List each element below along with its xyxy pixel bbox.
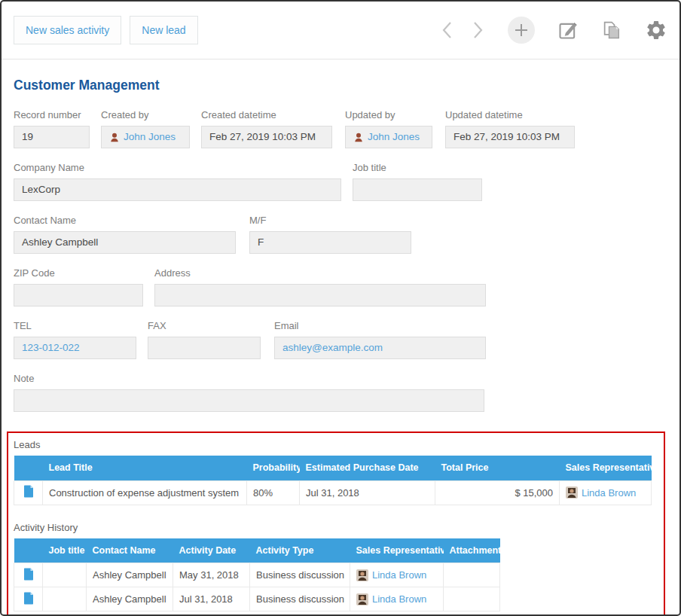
record-detail: Customer Management Record number 19 Cre…: [2, 78, 679, 616]
chevron-left-icon[interactable]: [440, 20, 455, 40]
activity-date-cell: May 31, 2018: [173, 563, 250, 587]
field-label: FAX: [148, 320, 261, 331]
activity-attachment-cell: [444, 563, 500, 587]
document-icon: [23, 485, 34, 498]
copy-record-icon[interactable]: [601, 20, 622, 41]
field-zip: ZIP Code: [14, 267, 143, 306]
field-label: Email: [274, 320, 486, 331]
field-label: Created datetime: [201, 109, 332, 120]
field-tel: TEL 123-012-022: [14, 320, 136, 359]
activity-sales-rep-link[interactable]: Linda Brown: [372, 593, 426, 605]
field-label: Contact Name: [14, 215, 236, 226]
activity-header-row: Job title Contact Name Activity Date Act…: [14, 538, 500, 563]
updated-datetime-value: Feb 27, 2019 10:03 PM: [445, 126, 575, 148]
field-fax: FAX: [148, 320, 261, 359]
field-label: ZIP Code: [14, 267, 143, 279]
company-name-value: LexCorp: [14, 178, 341, 201]
record-number-value: 19: [14, 126, 90, 148]
activity-type-cell: Business discussion: [250, 563, 350, 587]
lead-record-link[interactable]: [14, 480, 43, 505]
updated-by-user-link[interactable]: John Jones: [368, 127, 420, 148]
document-icon: [23, 568, 34, 581]
field-label: Company Name: [14, 162, 341, 173]
toolbar-action-buttons: New sales activity New lead: [14, 16, 206, 44]
leads-table: Lead Title Probability Estimated Purchas…: [14, 456, 652, 505]
activity-contact-cell: Ashley Campbell: [87, 563, 173, 587]
activity-header-job-title: Job title: [43, 538, 87, 563]
highlighted-related-records-region: Leads Lead Title Probability Estimated P…: [7, 432, 665, 616]
note-value: [14, 389, 484, 412]
activity-history-table: Job title Contact Name Activity Date Act…: [14, 538, 500, 612]
document-icon: [23, 592, 34, 605]
activity-job-title-cell: [43, 587, 87, 611]
leads-header-est-purchase-date: Estimated Purchase Date: [300, 456, 435, 480]
field-mf: M/F F: [249, 215, 411, 254]
job-title-value: [353, 178, 482, 201]
field-label: Updated datetime: [445, 109, 575, 120]
tel-link[interactable]: 123-012-022: [22, 342, 80, 353]
field-label: Note: [14, 373, 484, 384]
leads-header-icon-col: [14, 456, 43, 480]
new-sales-activity-button[interactable]: New sales activity: [14, 16, 121, 44]
lead-rep-cell: Linda Brown: [560, 480, 652, 505]
activity-table-row: Ashley Campbell Jul 31, 2018 Business di…: [14, 587, 500, 611]
activity-record-link[interactable]: [14, 587, 43, 611]
activity-header-date: Activity Date: [173, 538, 250, 563]
created-by-value: John Jones: [101, 126, 190, 148]
lead-sales-rep-link[interactable]: Linda Brown: [582, 487, 636, 499]
field-row-address: ZIP Code Address: [14, 267, 667, 306]
activity-sales-rep-link[interactable]: Linda Brown: [372, 569, 426, 581]
email-value: ashley@example.com: [274, 337, 486, 359]
lead-price-cell: $ 15,000: [435, 480, 560, 505]
gear-icon[interactable]: [645, 19, 667, 41]
field-record-number: Record number 19: [14, 109, 90, 148]
leads-header-sales-rep: Sales Representative: [560, 456, 652, 480]
field-label: TEL: [14, 320, 136, 331]
tel-value: 123-012-022: [14, 337, 136, 359]
activity-date-cell: Jul 31, 2018: [173, 587, 250, 611]
field-row-meta: Record number 19 Created by John Jones C…: [14, 109, 667, 148]
chevron-right-icon[interactable]: [470, 20, 485, 40]
field-label: Updated by: [345, 109, 432, 120]
user-photo-avatar: [566, 486, 578, 499]
add-record-icon[interactable]: [508, 17, 535, 44]
lead-date-cell: Jul 31, 2018: [300, 480, 435, 505]
leads-table-row: Construction of expense adjustment syste…: [14, 480, 652, 505]
contact-name-value: Ashley Campbell: [14, 231, 236, 254]
created-by-user-link[interactable]: John Jones: [124, 127, 176, 148]
leads-header-lead-title: Lead Title: [43, 456, 247, 480]
field-label: M/F: [249, 215, 411, 226]
field-company-name: Company Name LexCorp: [14, 162, 341, 201]
lead-probability-cell: 80%: [247, 480, 300, 505]
activity-header-icon-col: [14, 538, 43, 563]
email-link[interactable]: ashley@example.com: [282, 342, 383, 353]
activity-header-contact-name: Contact Name: [87, 538, 173, 563]
activity-table-row: Ashley Campbell May 31, 2018 Business di…: [14, 563, 500, 587]
mf-value: F: [249, 231, 411, 254]
field-label: Record number: [14, 109, 90, 120]
record-toolbar-icons: [425, 17, 667, 44]
activity-history-section-label: Activity History: [14, 522, 664, 533]
field-job-title: Job title: [353, 162, 482, 201]
new-lead-button[interactable]: New lead: [130, 16, 197, 44]
field-row-company: Company Name LexCorp Job title: [14, 162, 667, 201]
field-updated-by: Updated by John Jones: [345, 109, 432, 148]
activity-rep-cell: Linda Brown: [350, 587, 444, 611]
activity-header-type: Activity Type: [250, 538, 350, 563]
edit-record-icon[interactable]: [557, 20, 579, 41]
field-email: Email ashley@example.com: [274, 320, 486, 359]
field-address: Address: [154, 267, 486, 306]
user-photo-avatar: [356, 593, 368, 605]
activity-contact-cell: Ashley Campbell: [87, 587, 173, 611]
activity-rep-cell: Linda Brown: [350, 563, 444, 587]
user-avatar-icon: [353, 131, 364, 143]
field-created-datetime: Created datetime Feb 27, 2019 10:03 PM: [201, 109, 332, 148]
activity-header-attachment: Attachment: [444, 538, 500, 563]
field-row-phone: TEL 123-012-022 FAX Email ashley@example…: [14, 320, 667, 359]
field-created-by: Created by John Jones: [101, 109, 190, 148]
activity-record-link[interactable]: [14, 563, 43, 587]
field-note: Note: [14, 373, 484, 412]
zip-value: [14, 284, 143, 306]
toolbar: New sales activity New lead: [2, 2, 679, 59]
field-row-note: Note: [14, 373, 667, 412]
